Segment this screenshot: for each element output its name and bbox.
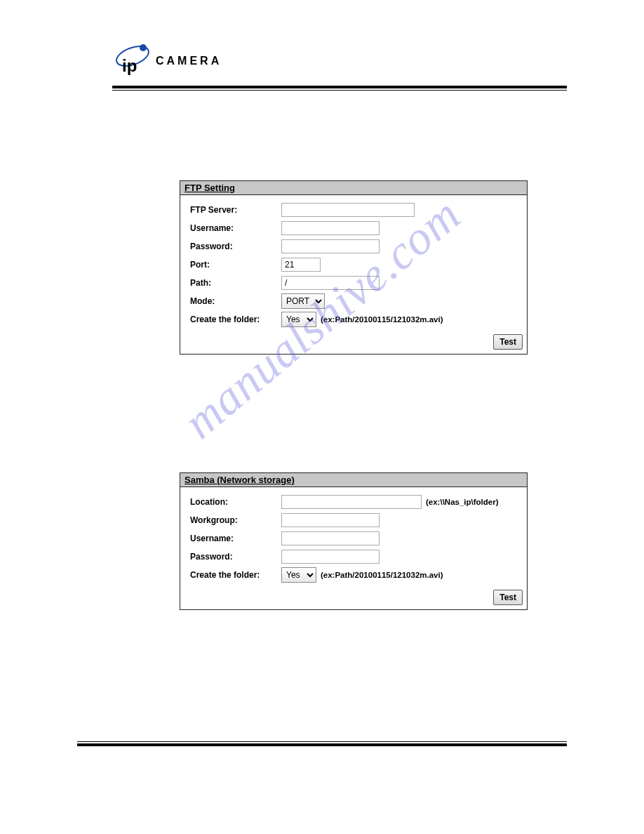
samba-panel: Samba (Network storage) Location: (ex:\\… (180, 472, 528, 610)
samba-createfolder-row: Create the folder: Yes (ex:Path/20100115… (190, 566, 517, 584)
ftp-createfolder-row: Create the folder: Yes (ex:Path/20100115… (190, 310, 517, 329)
ftp-panel-title: FTP Setting (180, 181, 527, 195)
samba-workgroup-label: Workgroup: (190, 515, 281, 525)
ftp-path-row: Path: (190, 274, 517, 292)
ftp-server-input[interactable] (281, 203, 415, 217)
document-page: ip CAMERA manualshive.com FTP Setting FT… (0, 0, 644, 638)
ftp-password-label: Password: (190, 241, 281, 251)
top-divider (112, 86, 567, 91)
bottom-divider-wrap (77, 741, 567, 746)
ftp-panel-body: FTP Server: Username: Password: Port: (180, 195, 527, 333)
samba-location-row: Location: (ex:\\Nas_ip\folder) (190, 493, 517, 511)
ftp-createfolder-label: Create the folder: (190, 315, 281, 324)
svg-point-1 (140, 44, 147, 51)
ftp-mode-label: Mode: (190, 296, 281, 306)
ftp-test-button[interactable]: Test (493, 334, 523, 350)
samba-workgroup-input[interactable] (281, 513, 380, 527)
bottom-divider (77, 741, 567, 746)
brand-text: CAMERA (156, 55, 222, 67)
ftp-setting-panel: FTP Setting FTP Server: Username: Passwo… (180, 180, 528, 355)
ftp-port-label: Port: (190, 260, 281, 270)
ftp-username-input[interactable] (281, 221, 380, 235)
ftp-port-row: Port: (190, 256, 517, 274)
samba-password-label: Password: (190, 552, 281, 562)
ftp-username-label: Username: (190, 223, 281, 233)
ip-logo-icon: ip (112, 42, 153, 80)
ftp-port-input[interactable] (281, 258, 321, 272)
samba-password-row: Password: (190, 548, 517, 566)
samba-button-row: Test (180, 588, 527, 609)
samba-username-input[interactable] (281, 531, 380, 545)
svg-text:ip: ip (122, 56, 137, 75)
samba-createfolder-label: Create the folder: (190, 570, 281, 580)
samba-createfolder-hint: (ex:Path/20100115/121032m.avi) (321, 571, 443, 579)
ftp-createfolder-select[interactable]: Yes (281, 312, 316, 327)
samba-username-label: Username: (190, 534, 281, 543)
samba-username-row: Username: (190, 529, 517, 548)
samba-test-button[interactable]: Test (493, 590, 523, 605)
ftp-server-label: FTP Server: (190, 205, 281, 215)
samba-password-input[interactable] (281, 550, 380, 564)
ftp-password-input[interactable] (281, 239, 380, 253)
ftp-username-row: Username: (190, 219, 517, 237)
samba-location-hint: (ex:\\Nas_ip\folder) (426, 498, 499, 506)
brand-logo: ip CAMERA (112, 42, 567, 80)
ftp-password-row: Password: (190, 237, 517, 256)
ftp-path-input[interactable] (281, 276, 380, 290)
ftp-createfolder-hint: (ex:Path/20100115/121032m.avi) (321, 315, 443, 324)
ftp-path-label: Path: (190, 278, 281, 288)
samba-panel-body: Location: (ex:\\Nas_ip\folder) Workgroup… (180, 487, 527, 588)
samba-createfolder-select[interactable]: Yes (281, 567, 316, 583)
ftp-mode-select[interactable]: PORT (281, 293, 325, 309)
samba-workgroup-row: Workgroup: (190, 511, 517, 529)
ftp-button-row: Test (180, 333, 527, 354)
ftp-server-row: FTP Server: (190, 201, 517, 219)
samba-location-label: Location: (190, 497, 281, 507)
ftp-mode-row: Mode: PORT (190, 292, 517, 310)
samba-location-input[interactable] (281, 495, 422, 509)
samba-panel-title: Samba (Network storage) (180, 473, 527, 487)
